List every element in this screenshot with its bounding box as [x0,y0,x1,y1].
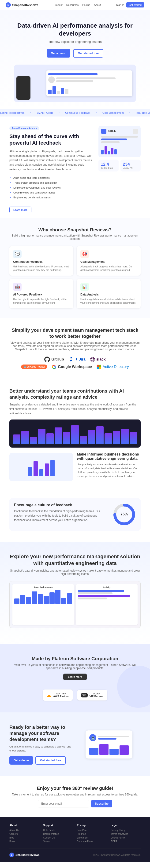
ticker-item-1: SMART Goals [36,112,53,114]
feature-list: Align goals and team objectives Track pr… [9,176,94,200]
vip-partner-title: VIP Partner [90,695,103,698]
culture-headline: Encourage a culture of feedback [14,503,108,507]
nav-about[interactable]: About [94,3,101,6]
svg-rect-0 [97,365,99,367]
ticker-item-3: Goal Management [102,112,124,114]
explore-dashboard: Team Performance Activity [9,581,141,628]
footer-link-contact[interactable]: Contact Us [43,836,73,839]
hero-free-button[interactable]: Get started free [73,49,103,58]
jira-label: ✦ Jira [75,357,85,362]
simplify-headline: Simplify your development team managemen… [9,327,141,339]
slack-integration: slack [90,357,106,362]
footer-link-docs[interactable]: Documentation [43,833,73,835]
cta-text: Ready for a better way to manage your so… [9,724,73,765]
nav-resources[interactable]: Resources [66,3,79,6]
aws-icon: ☁ [47,692,51,698]
footer-link-enterprise[interactable]: Enterprise [77,836,107,839]
nav-actions: Sign In Get started [116,2,144,7]
why-card-icon-1: 🎯 [80,250,89,258]
culture-visual: 75% [112,503,136,526]
footer-col-pricing: Pricing Free Plan Pro Plan Enterprise Co… [77,824,107,844]
team-focus-cta[interactable]: Learn more [9,207,31,213]
logo[interactable]: S SnapshotReviews [6,2,38,7]
footer-link-blog[interactable]: Blog [9,836,40,839]
footer-link-about-us[interactable]: About Us [9,829,40,832]
footer-col-title-1: Support [43,824,73,827]
subscribe-button[interactable]: Subscribe [91,800,112,807]
nav-signin[interactable]: Sign In [116,3,124,6]
why-headline: Why choose Snapshot Reviews? [9,227,141,232]
footer-link-help[interactable]: Help Center [43,829,73,832]
feature-item-0: Align goals and team objectives [9,176,94,180]
cta-section: Ready for a better way to manage your so… [0,712,150,776]
guide-desc: Take a moment to sign up for our exclusi… [9,793,141,796]
footer-link-careers[interactable]: Careers [9,833,40,835]
why-card-icon-3: 📊 [80,283,89,291]
email-input[interactable] [38,800,89,807]
team-focus-headline: Stay ahead of the curve with powerful AI… [9,133,94,147]
cta-headline: Ready for a better way to manage your so… [9,724,73,742]
why-card-desc-3: Use the right data to make informed deci… [80,298,137,305]
feature-item-1: Track project progress and complexity [9,180,94,185]
footer-link-free[interactable]: Free Plan [77,829,107,832]
cta-buttons: Get a demo Get started free [9,756,73,765]
footer-logo: S SnapshotReviews [9,852,40,857]
footer-link-privacy[interactable]: Privacy Policy [110,829,141,832]
aws-badge-text: PARTNER AWS Partner [53,692,69,698]
metric-val-0: 12.4 [101,162,116,167]
metric-coding-days: 12.4 Coding Days [98,160,119,172]
feature-item-3: Code reviews and complexity ratings [9,190,94,195]
nav-links: Product Resources Pricing About [54,3,101,6]
made-by-headline: Made by Flatiron Software Corporation [9,656,141,661]
cta-visual: 💻 [77,731,141,758]
footer-link-gdpr[interactable]: GDPR [110,840,141,843]
nav-cta-button[interactable]: Get started [126,2,144,7]
footer-col-support: Support Help Center Documentation Contac… [43,824,73,844]
understand-desc: Snapshot provides you a detailed and int… [9,402,141,416]
integration-logos-row2: 🤖 AI Code Review Google Workspace Active… [9,365,141,369]
footer-grid: About About Us Careers Blog Press Suppor… [9,824,141,844]
footer-link-compare[interactable]: Compare Plans [77,840,107,843]
explore-headline: Explore your new performance management … [9,553,141,567]
phone-mockup [17,76,30,100]
why-card-icon-0: 💬 [13,250,22,258]
team-focus-badge: Team Focuses Advisor [9,126,40,130]
svg-text:75%: 75% [121,512,128,516]
ticker-item-2: Continuous Feedback [65,112,90,114]
hero-demo-button[interactable]: Get a demo [47,49,70,58]
footer-bottom: S SnapshotReviews © 2024 SnapshotReviews… [9,848,141,857]
footer-link-pro[interactable]: Pro Plan [77,833,107,835]
why-card-desc-2: Use the right AI to provide the right fe… [13,298,70,305]
dashboard-mockup [46,70,132,96]
made-by-cta[interactable]: Learn more [63,674,87,680]
ticker-content: Sprint Retrospectives • SMART Goals • Co… [0,112,150,114]
bg-decoration [117,665,150,708]
guide-section: Enjoy your free 360° review guide! Take … [0,776,150,817]
footer-link-press[interactable]: Press [9,840,40,843]
metric-val-1: 234 [123,162,138,167]
feature-item-2: Employee development and peer reviews [9,185,94,190]
footer-col-title-2: Pricing [77,824,107,827]
why-subheadline: Build a high-performance engineering org… [9,234,141,241]
footer-logo-icon: S [9,852,14,857]
metric-lines-pr: 234 Lines / PR [121,160,141,172]
why-card-1: 🎯 Goal Management Align goals, track pro… [77,246,141,276]
svg-rect-1 [99,365,101,367]
metric-label-0: Coding Days [101,167,116,169]
nav-pricing[interactable]: Pricing [82,3,90,6]
informed-grid: Make informed business decisions with qu… [9,452,141,482]
github-integration: GitHub [44,356,64,362]
gws-label: Google Workspace [58,365,92,369]
svg-rect-3 [99,367,101,369]
footer-link-cookie[interactable]: Cookie Policy [110,836,141,839]
why-card-desc-1: Align goals, track progress and achieve … [80,265,137,272]
cta-free-button[interactable]: Get started free [35,756,66,765]
footer-link-status[interactable]: Status [43,840,73,843]
footer-link-terms[interactable]: Terms of Service [110,833,141,835]
made-by-section: Made by Flatiron Software Corporation Wi… [0,644,150,712]
nav-product[interactable]: Product [54,3,62,6]
hero-section: Data-driven AI performance analysis for … [0,10,150,109]
cta-demo-button[interactable]: Get a demo [9,756,33,765]
why-card-icon-2: 🤖 [13,283,22,291]
svg-rect-2 [97,367,99,369]
